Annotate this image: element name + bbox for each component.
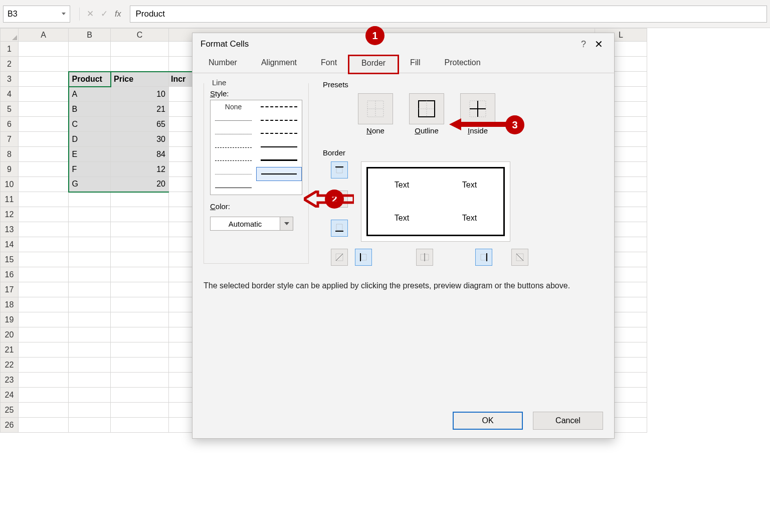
cell-C7[interactable]: 30	[111, 132, 169, 147]
cell-B7[interactable]: D	[69, 132, 111, 147]
tab-border[interactable]: Border	[349, 56, 398, 73]
cell-A4[interactable]	[19, 87, 69, 102]
row-header-2[interactable]: 2	[1, 57, 19, 72]
cell-C16[interactable]	[111, 267, 169, 282]
preset-outline-button[interactable]	[409, 93, 444, 124]
cell-B20[interactable]	[69, 327, 111, 342]
row-header-12[interactable]: 12	[1, 207, 19, 222]
line-style-none[interactable]: None	[211, 100, 256, 114]
row-header-25[interactable]: 25	[1, 403, 19, 418]
row-header-23[interactable]: 23	[1, 373, 19, 388]
line-style-heavy-dashdot[interactable]	[256, 114, 302, 127]
row-header-26[interactable]: 26	[1, 418, 19, 433]
row-header-13[interactable]: 13	[1, 222, 19, 237]
row-header-6[interactable]: 6	[1, 117, 19, 132]
cell-B18[interactable]	[69, 297, 111, 312]
cell-C12[interactable]	[111, 207, 169, 222]
row-header-3[interactable]: 3	[1, 72, 19, 87]
line-style-heavy-dashdotdot[interactable]	[256, 100, 302, 114]
cell-A5[interactable]	[19, 102, 69, 117]
cell-A6[interactable]	[19, 117, 69, 132]
row-header-1[interactable]: 1	[1, 42, 19, 57]
tab-font[interactable]: Font	[309, 55, 349, 73]
color-combo[interactable]: Automatic	[210, 217, 280, 231]
cell-C24[interactable]	[111, 388, 169, 403]
cancel-button[interactable]: Cancel	[533, 412, 603, 430]
cell-C22[interactable]	[111, 358, 169, 373]
cell-B6[interactable]: C	[69, 117, 111, 132]
row-header-10[interactable]: 10	[1, 177, 19, 192]
cell-A1[interactable]	[19, 42, 69, 57]
cell-A24[interactable]	[19, 388, 69, 403]
preset-none-button[interactable]	[358, 93, 393, 124]
cell-B4[interactable]: A	[69, 87, 111, 102]
row-header-22[interactable]: 22	[1, 358, 19, 373]
row-header-14[interactable]: 14	[1, 237, 19, 252]
cell-A25[interactable]	[19, 403, 69, 418]
help-icon[interactable]: ?	[576, 39, 591, 50]
border-bottom-button[interactable]	[331, 220, 348, 237]
cell-C1[interactable]	[111, 42, 169, 57]
border-top-button[interactable]	[331, 161, 348, 179]
cell-C6[interactable]: 65	[111, 117, 169, 132]
line-style-dotted[interactable]	[211, 127, 256, 141]
line-style-medium[interactable]	[256, 140, 302, 154]
cell-A16[interactable]	[19, 267, 69, 282]
row-header-17[interactable]: 17	[1, 282, 19, 297]
row-header-24[interactable]: 24	[1, 388, 19, 403]
line-style-solid-thin[interactable]	[211, 181, 256, 195]
tab-fill[interactable]: Fill	[398, 55, 432, 73]
cell-A10[interactable]	[19, 177, 69, 192]
name-box[interactable]: B3	[3, 6, 70, 23]
cell-C17[interactable]	[111, 282, 169, 297]
row-header-11[interactable]: 11	[1, 192, 19, 207]
line-style-dashdot[interactable]	[211, 154, 256, 167]
cell-A3[interactable]	[19, 72, 69, 87]
cell-B5[interactable]: B	[69, 102, 111, 117]
line-style-double[interactable]	[256, 167, 302, 182]
cell-B16[interactable]	[69, 267, 111, 282]
cell-A2[interactable]	[19, 57, 69, 72]
cell-A9[interactable]	[19, 162, 69, 177]
cell-A23[interactable]	[19, 373, 69, 388]
cell-A19[interactable]	[19, 312, 69, 327]
col-header-A[interactable]: A	[19, 29, 69, 42]
col-header-B[interactable]: B	[69, 29, 111, 42]
line-style-heavy-dash[interactable]	[256, 127, 302, 140]
cell-B8[interactable]: E	[69, 147, 111, 162]
select-all-corner[interactable]	[1, 29, 19, 42]
border-left-button[interactable]	[355, 249, 372, 266]
cell-C25[interactable]	[111, 403, 169, 418]
cell-B3[interactable]: Product	[69, 72, 111, 87]
cell-C21[interactable]	[111, 342, 169, 358]
cell-B25[interactable]	[69, 403, 111, 418]
chevron-down-icon[interactable]	[62, 13, 66, 15]
cell-A11[interactable]	[19, 192, 69, 207]
cell-A18[interactable]	[19, 297, 69, 312]
cell-A14[interactable]	[19, 237, 69, 252]
cell-C23[interactable]	[111, 373, 169, 388]
cell-B22[interactable]	[69, 358, 111, 373]
row-header-8[interactable]: 8	[1, 147, 19, 162]
cell-B10[interactable]: G	[69, 177, 111, 192]
ok-button[interactable]: OK	[453, 412, 523, 430]
line-style-dotted-thin[interactable]	[211, 114, 256, 127]
row-header-20[interactable]: 20	[1, 327, 19, 342]
tab-number[interactable]: Number	[197, 55, 249, 73]
cell-A22[interactable]	[19, 358, 69, 373]
row-header-5[interactable]: 5	[1, 102, 19, 117]
cell-A21[interactable]	[19, 342, 69, 358]
row-header-4[interactable]: 4	[1, 87, 19, 102]
cell-B9[interactable]: F	[69, 162, 111, 177]
cell-C18[interactable]	[111, 297, 169, 312]
cell-B15[interactable]	[69, 252, 111, 267]
row-header-15[interactable]: 15	[1, 252, 19, 267]
cell-B2[interactable]	[69, 57, 111, 72]
cell-B17[interactable]	[69, 282, 111, 297]
line-style-picker[interactable]: None	[210, 100, 302, 195]
cell-B11[interactable]	[69, 192, 111, 207]
cell-C5[interactable]: 21	[111, 102, 169, 117]
cell-B19[interactable]	[69, 312, 111, 327]
col-header-C[interactable]: C	[111, 29, 169, 42]
cell-C4[interactable]: 10	[111, 87, 169, 102]
